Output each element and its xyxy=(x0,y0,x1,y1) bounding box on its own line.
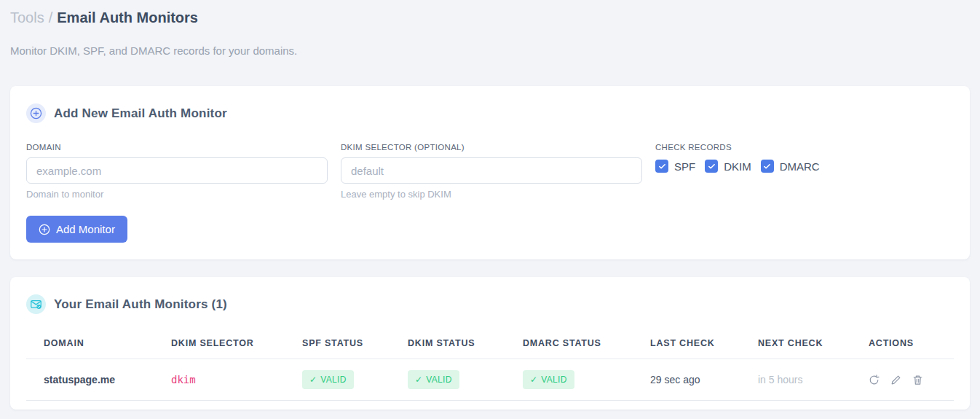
email-auth-monitors-page: Tools/Email Auth Monitors Monitor DKIM, … xyxy=(0,0,980,410)
column-header-dmarc-status: DMARC STATUS xyxy=(523,332,650,359)
delete-icon xyxy=(912,375,923,385)
add-monitor-card-title: Add New Email Auth Monitor xyxy=(54,106,227,121)
check-icon: ✓ xyxy=(309,375,317,385)
delete-button[interactable] xyxy=(912,375,923,385)
check-records-label: CHECK RECORDS xyxy=(655,143,820,152)
dmarc-status-label: VALID xyxy=(541,375,566,385)
domain-field-label: DOMAIN xyxy=(26,143,328,152)
dkim-selector-input[interactable] xyxy=(341,157,642,184)
add-monitor-form: DOMAIN Domain to monitor DKIM SELECTOR (… xyxy=(26,143,954,200)
check-icon: ✓ xyxy=(530,375,537,385)
monitors-list-card: Your Email Auth Monitors (1) DOMAIN DKIM… xyxy=(10,277,970,410)
monitor-domain: statuspage.me xyxy=(26,359,171,401)
domain-input[interactable] xyxy=(26,157,328,184)
monitors-table: DOMAIN DKIM SELECTOR SPF STATUS DKIM STA… xyxy=(26,332,954,401)
monitors-card-title: Your Email Auth Monitors (1) xyxy=(54,297,227,312)
dkim-checkbox-label: DKIM xyxy=(724,160,751,173)
plus-circle-icon xyxy=(26,103,46,123)
monitor-dkim-selector: dkim xyxy=(171,359,302,401)
check-records-group: CHECK RECORDS SPF DKIM xyxy=(655,143,820,200)
edit-button[interactable] xyxy=(890,375,901,385)
add-monitor-card-header: Add New Email Auth Monitor xyxy=(26,103,954,123)
check-icon: ✓ xyxy=(415,375,422,385)
page-title: Email Auth Monitors xyxy=(57,9,198,26)
dkim-selector-field-help: Leave empty to skip DKIM xyxy=(341,189,642,200)
dmarc-checkbox-item[interactable]: DMARC xyxy=(761,160,820,173)
add-monitor-button[interactable]: Add Monitor xyxy=(26,216,127,243)
check-icon xyxy=(763,162,771,171)
dkim-checkbox[interactable] xyxy=(705,160,718,173)
breadcrumb-tools-link[interactable]: Tools xyxy=(10,9,44,26)
breadcrumb: Tools/Email Auth Monitors xyxy=(10,9,970,26)
domain-field-group: DOMAIN Domain to monitor xyxy=(26,143,328,200)
monitor-next-check: in 5 hours xyxy=(758,359,869,401)
dkim-status-badge: ✓ VALID xyxy=(408,370,459,389)
monitor-dkim-status-cell: ✓ VALID xyxy=(408,359,523,401)
check-records-options: SPF DKIM DMARC xyxy=(655,160,820,173)
plus-circle-icon xyxy=(39,224,50,235)
page-subtitle: Monitor DKIM, SPF, and DMARC records for… xyxy=(10,44,970,57)
dkim-selector-field-label: DKIM SELECTOR (OPTIONAL) xyxy=(341,143,642,152)
spf-checkbox-label: SPF xyxy=(674,160,695,173)
spf-checkbox[interactable] xyxy=(655,160,668,173)
spf-status-label: VALID xyxy=(320,375,346,385)
refresh-icon xyxy=(869,375,880,385)
monitor-last-check: 29 sec ago xyxy=(650,359,758,401)
monitor-actions-cell xyxy=(869,359,954,401)
dmarc-status-badge: ✓ VALID xyxy=(523,370,574,389)
refresh-button[interactable] xyxy=(869,375,880,385)
spf-checkbox-item[interactable]: SPF xyxy=(655,160,695,173)
column-header-last-check: LAST CHECK xyxy=(650,332,758,359)
column-header-dkim-status: DKIM STATUS xyxy=(408,332,523,359)
column-header-dkim-selector: DKIM SELECTOR xyxy=(171,332,302,359)
edit-icon xyxy=(890,375,901,385)
column-header-actions: ACTIONS xyxy=(869,332,954,359)
dkim-checkbox-item[interactable]: DKIM xyxy=(705,160,751,173)
table-row: statuspage.me dkim ✓ VALID ✓ VALID xyxy=(26,359,954,401)
column-header-spf-status: SPF STATUS xyxy=(302,332,408,359)
add-monitor-card: Add New Email Auth Monitor DOMAIN Domain… xyxy=(10,86,970,259)
monitors-card-header: Your Email Auth Monitors (1) xyxy=(26,294,954,314)
envelope-check-icon xyxy=(26,294,46,314)
breadcrumb-separator: / xyxy=(49,9,53,26)
check-icon xyxy=(708,162,716,171)
dmarc-checkbox[interactable] xyxy=(761,160,774,173)
table-header-row: DOMAIN DKIM SELECTOR SPF STATUS DKIM STA… xyxy=(26,332,954,359)
dkim-selector-field-group: DKIM SELECTOR (OPTIONAL) Leave empty to … xyxy=(341,143,642,200)
add-monitor-button-label: Add Monitor xyxy=(56,223,115,235)
spf-status-badge: ✓ VALID xyxy=(302,370,354,389)
check-icon xyxy=(658,162,666,171)
monitor-dmarc-status-cell: ✓ VALID xyxy=(523,359,650,401)
dkim-status-label: VALID xyxy=(426,375,451,385)
column-header-domain: DOMAIN xyxy=(26,332,171,359)
domain-field-help: Domain to monitor xyxy=(26,189,328,200)
monitor-spf-status-cell: ✓ VALID xyxy=(302,359,408,401)
column-header-next-check: NEXT CHECK xyxy=(758,332,869,359)
dmarc-checkbox-label: DMARC xyxy=(780,160,820,173)
